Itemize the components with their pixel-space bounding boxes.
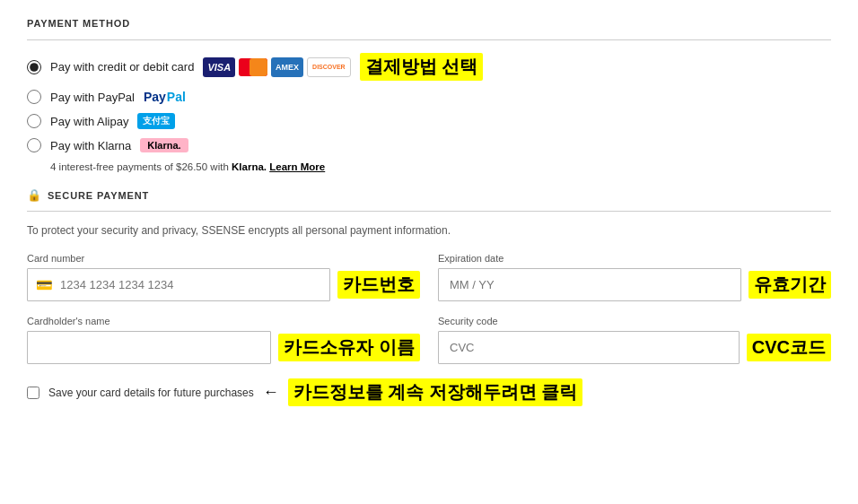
card-icons: VISA AMEX DISCOVER xyxy=(203,57,350,77)
annotation-cardholder: 카드소유자 이름 xyxy=(278,334,420,361)
paypal-logo: PayPal xyxy=(144,90,186,104)
klarna-brand: Klarna. xyxy=(232,161,267,172)
lock-icon: 🔒 xyxy=(27,188,42,202)
payment-options-list: Pay with credit or debit card VISA AMEX … xyxy=(27,53,831,172)
radio-alipay[interactable] xyxy=(27,114,41,128)
alipay-label: Pay with Alipay xyxy=(50,115,128,128)
annotation-expiry: 유효기간 xyxy=(749,271,831,299)
form-row-2: Cardholder's name 카드소유자 이름 Security code… xyxy=(27,316,831,364)
klarna-info: 4 interest-free payments of $26.50 with … xyxy=(50,161,831,172)
payment-option-klarna: Pay with Klarna Klarna. xyxy=(27,138,831,152)
klarna-learn-more-link[interactable]: Learn More xyxy=(269,161,325,172)
secure-payment-title-row: 🔒 SECURE PAYMENT xyxy=(27,188,831,202)
security-code-group: Security code CVC코드 xyxy=(438,316,831,364)
annotation-save: 카드정보를 계속 저장해두려면 클릭 xyxy=(288,378,583,406)
divider-top xyxy=(27,39,831,40)
security-code-input[interactable] xyxy=(438,331,740,364)
radio-credit[interactable] xyxy=(27,60,41,74)
cardholder-name-label: Cardholder's name xyxy=(27,316,420,326)
payment-option-alipay: Pay with Alipay 支付宝 xyxy=(27,113,831,129)
card-number-label: Card number xyxy=(27,253,420,264)
expiration-date-group: Expiration date 유효기간 xyxy=(438,253,831,301)
save-card-checkbox[interactable] xyxy=(27,387,39,399)
klarna-info-text: 4 interest-free payments of $26.50 with xyxy=(50,161,229,172)
payment-method-section: PAYMENT METHOD Pay with credit or debit … xyxy=(27,18,831,406)
annotation-cvc: CVC코드 xyxy=(747,334,831,361)
radio-paypal[interactable] xyxy=(27,90,41,104)
discover-icon: DISCOVER xyxy=(307,57,351,77)
secure-description: To protect your security and privacy, SS… xyxy=(27,224,831,237)
card-number-group: Card number 💳 카드번호 xyxy=(27,253,420,301)
divider-secure xyxy=(27,211,831,212)
card-chip-icon: 💳 xyxy=(36,277,53,293)
payment-method-title: PAYMENT METHOD xyxy=(27,18,831,29)
klarna-logo: Klarna. xyxy=(140,138,188,152)
card-number-input[interactable] xyxy=(27,268,330,301)
arrow-icon: ← xyxy=(263,383,279,402)
credit-label: Pay with credit or debit card xyxy=(50,60,194,74)
security-code-label: Security code xyxy=(438,316,831,326)
save-card-row: Save your card details for future purcha… xyxy=(27,378,831,406)
radio-klarna[interactable] xyxy=(27,138,41,152)
expiration-date-input[interactable] xyxy=(438,268,741,301)
form-row-1: Card number 💳 카드번호 Expiration date 유효기간 xyxy=(27,253,831,301)
annotation-card-number: 카드번호 xyxy=(337,271,420,299)
amex-icon: AMEX xyxy=(271,57,303,77)
cardholder-name-group: Cardholder's name 카드소유자 이름 xyxy=(27,316,420,364)
klarna-label: Pay with Klarna xyxy=(50,139,131,152)
save-card-label: Save your card details for future purcha… xyxy=(48,387,254,399)
visa-icon: VISA xyxy=(203,57,235,77)
annotation-payment: 결제방법 선택 xyxy=(360,53,484,81)
alipay-logo: 支付宝 xyxy=(137,113,175,129)
expiration-date-label: Expiration date xyxy=(438,253,831,264)
secure-payment-section: 🔒 SECURE PAYMENT To protect your securit… xyxy=(27,188,831,406)
paypal-label: Pay with PayPal xyxy=(50,91,135,104)
payment-option-paypal: Pay with PayPal PayPal xyxy=(27,90,831,104)
payment-option-credit: Pay with credit or debit card VISA AMEX … xyxy=(27,53,831,81)
cardholder-name-input[interactable] xyxy=(27,331,271,364)
mastercard-icon xyxy=(239,58,267,76)
secure-payment-title: SECURE PAYMENT xyxy=(48,190,149,201)
